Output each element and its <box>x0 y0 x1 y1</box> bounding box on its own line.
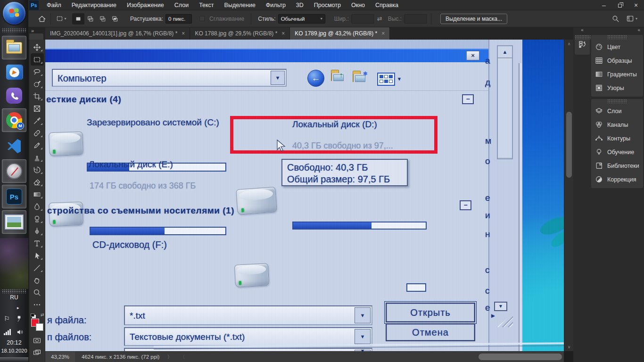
document-tab-active[interactable]: KO 1789.jpg @ 43,2% (RGB/8) *× <box>290 27 390 40</box>
canvas-horizontal-scroll-thumb[interactable] <box>479 354 562 360</box>
clone-stamp-tool[interactable] <box>31 151 44 164</box>
collapse-panels-icon[interactable]: « <box>575 27 590 34</box>
minimize-button[interactable]: – <box>596 0 612 10</box>
workspace-switcher[interactable]: ▾ <box>626 15 637 22</box>
restore-button[interactable] <box>612 0 628 10</box>
selection-mode-new[interactable] <box>72 13 84 25</box>
tools-panel-grip[interactable] <box>29 33 43 40</box>
swap-dimensions-icon[interactable]: ⇄ <box>377 15 382 22</box>
foreground-background-colors[interactable]: ⇄ <box>30 313 44 332</box>
network-signal-icon[interactable] <box>4 329 11 335</box>
type-tool[interactable] <box>31 237 44 249</box>
taskbar-item-viber[interactable] <box>2 84 26 107</box>
brush-tool[interactable] <box>31 139 44 151</box>
document-tab[interactable]: KO 1788.jpg @ 29,5% (RGB/8) *× <box>190 27 290 40</box>
search-icon[interactable] <box>611 15 619 23</box>
panel-channels[interactable]: Каналы <box>591 118 643 132</box>
taskbar-item-browser-app[interactable] <box>2 159 26 183</box>
usb-device-icon[interactable] <box>16 315 23 322</box>
edit-toolbar-icon[interactable] <box>31 298 44 311</box>
dodge-tool[interactable] <box>31 213 44 225</box>
tool-preset-marquee[interactable]: ▾ <box>55 13 67 25</box>
show-desktop-button[interactable] <box>0 357 28 362</box>
scroll-up-icon[interactable]: ∧ <box>564 41 574 46</box>
panel-swatches[interactable]: Образцы <box>591 54 643 67</box>
eraser-tool[interactable] <box>31 176 44 188</box>
taskbar-item-vscode[interactable] <box>2 134 26 157</box>
taskbar-item-photo-viewer[interactable] <box>2 210 26 234</box>
action-center-flag-icon[interactable]: ⚐ <box>4 315 10 322</box>
eyedropper-tool[interactable] <box>31 115 44 127</box>
panel-layers[interactable]: Слои <box>591 104 643 118</box>
zoom-tool[interactable] <box>31 286 44 298</box>
taskbar-item-chrome[interactable]: M <box>2 108 26 132</box>
frame-tool[interactable] <box>31 102 44 115</box>
tab-close-icon[interactable]: × <box>381 30 385 37</box>
scroll-down-icon[interactable]: ∨ <box>564 345 574 349</box>
select-and-mask-button[interactable]: Выделение и маска... <box>440 14 507 24</box>
background-color-swatch[interactable] <box>36 323 43 331</box>
document-tab[interactable]: IMG_20200406_140013[1].jpg @ 16,7% (RGB/… <box>45 27 190 40</box>
panel-adjustments[interactable]: Коррекция <box>591 173 643 186</box>
home-icon[interactable] <box>38 15 46 23</box>
panel-paths[interactable]: Контуры <box>591 132 643 145</box>
taskbar-item-explorer[interactable] <box>2 36 26 59</box>
tray-expand-icon[interactable]: ▸ <box>17 305 19 310</box>
history-brush-tool[interactable] <box>31 164 44 176</box>
menu-help[interactable]: Справка <box>370 0 404 10</box>
panel-color[interactable]: Цвет <box>591 40 643 54</box>
taskbar-item-photoshop[interactable]: Ps <box>2 185 26 208</box>
menu-layers[interactable]: Слои <box>169 0 194 10</box>
crop-tool[interactable] <box>31 90 44 102</box>
gradient-tool[interactable] <box>31 188 44 200</box>
collapse-panels-icon[interactable]: « <box>591 27 643 34</box>
panel-learn[interactable]: Обучение <box>591 145 643 159</box>
selection-mode-subtract[interactable] <box>97 13 109 25</box>
menu-filter[interactable]: Фильтр <box>261 0 291 10</box>
screen-mode-button[interactable] <box>31 346 44 359</box>
menu-image[interactable]: Изображение <box>122 0 169 10</box>
path-selection-tool[interactable] <box>31 249 44 262</box>
panel-patterns[interactable]: Узоры <box>591 81 643 95</box>
menu-view[interactable]: Просмотр <box>309 0 346 10</box>
style-select[interactable]: Обычный▾ <box>278 14 325 24</box>
start-button[interactable] <box>3 2 25 25</box>
blur-tool[interactable] <box>31 200 44 213</box>
menu-select[interactable]: Выделение <box>219 0 261 10</box>
menu-type[interactable]: Текст <box>194 0 219 10</box>
menu-file[interactable]: Файл <box>41 0 66 10</box>
swap-colors-icon[interactable]: ⇄ <box>41 313 44 317</box>
hand-tool[interactable] <box>31 274 44 286</box>
line-tool[interactable] <box>31 262 44 274</box>
tab-close-icon[interactable]: × <box>182 30 185 37</box>
panel-gradients[interactable]: Градиенты <box>591 67 643 81</box>
feather-input[interactable]: 0 пикс. <box>165 14 192 24</box>
antialias-checkbox[interactable] <box>199 16 205 21</box>
taskbar-item-media-player[interactable]: ▶ <box>2 60 26 84</box>
status-arrow-left[interactable]: 〈 <box>180 354 185 361</box>
clock-date[interactable]: 18.10.2020 <box>0 348 28 354</box>
object-selection-tool[interactable] <box>31 78 44 90</box>
clock-time[interactable]: 20:12 <box>0 339 28 346</box>
language-indicator[interactable]: RU <box>0 294 28 301</box>
menu-edit[interactable]: Редактирование <box>66 0 122 10</box>
zoom-level[interactable]: 43,23% <box>45 352 75 362</box>
spot-healing-brush-tool[interactable] <box>31 127 44 139</box>
lasso-tool[interactable] <box>31 66 44 78</box>
quick-mask-button[interactable] <box>31 334 44 346</box>
status-arrow-right[interactable]: 〉 <box>167 354 172 361</box>
history-panel-button[interactable] <box>575 35 590 55</box>
rectangular-marquee-tool[interactable] <box>31 53 44 66</box>
selection-mode-add[interactable] <box>84 13 97 25</box>
canvas-vertical-scrollbar[interactable]: ∧ ∨ <box>564 40 573 351</box>
selection-mode-intersect[interactable] <box>109 13 121 25</box>
panel-libraries[interactable]: Библиотеки <box>591 159 643 173</box>
menu-3d[interactable]: 3D <box>291 0 309 10</box>
canvas-photo[interactable]: × Компьютер ▼ ← ↑ ✱ ▼ есткие диски (4) −… <box>45 40 564 351</box>
close-button[interactable]: × <box>628 0 644 10</box>
canvas-scroll-thumb[interactable] <box>566 112 572 178</box>
volume-icon[interactable] <box>17 329 24 336</box>
move-tool[interactable] <box>31 41 44 53</box>
menu-window[interactable]: Окно <box>346 0 370 10</box>
tab-close-icon[interactable]: × <box>281 30 285 37</box>
